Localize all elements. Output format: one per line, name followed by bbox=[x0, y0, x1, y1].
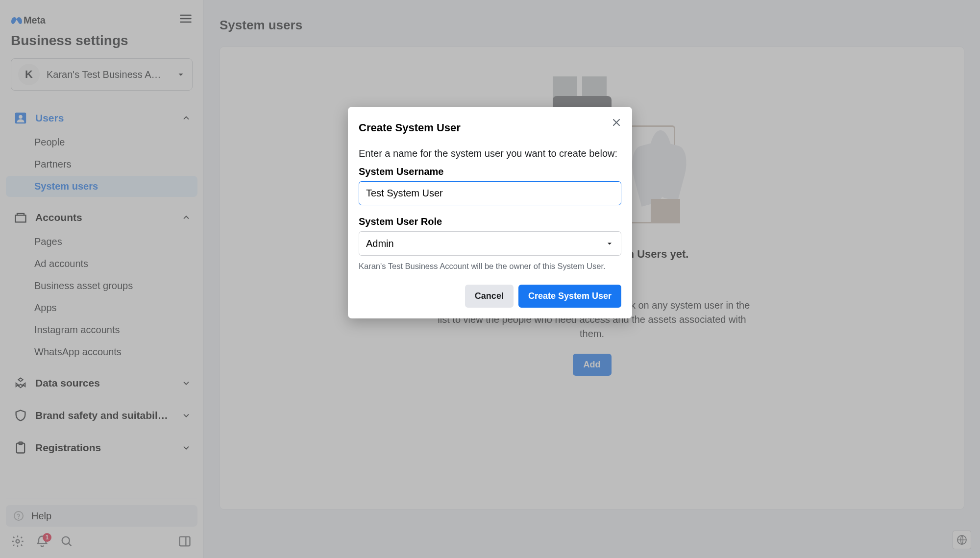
username-label: System Username bbox=[359, 166, 621, 177]
create-system-user-modal: Create System User Enter a name for the … bbox=[348, 107, 632, 318]
close-icon bbox=[611, 117, 622, 128]
modal-title: Create System User bbox=[359, 121, 621, 134]
cancel-button[interactable]: Cancel bbox=[465, 285, 514, 308]
system-user-role-select[interactable]: Admin bbox=[359, 231, 621, 256]
role-label: System User Role bbox=[359, 216, 621, 227]
system-username-input[interactable] bbox=[359, 181, 621, 205]
modal-description: Enter a name for the system user you wan… bbox=[359, 148, 621, 159]
create-system-user-button[interactable]: Create System User bbox=[518, 285, 621, 308]
close-button[interactable] bbox=[611, 117, 623, 129]
modal-help-text: Karan's Test Business Account will be th… bbox=[359, 262, 621, 271]
